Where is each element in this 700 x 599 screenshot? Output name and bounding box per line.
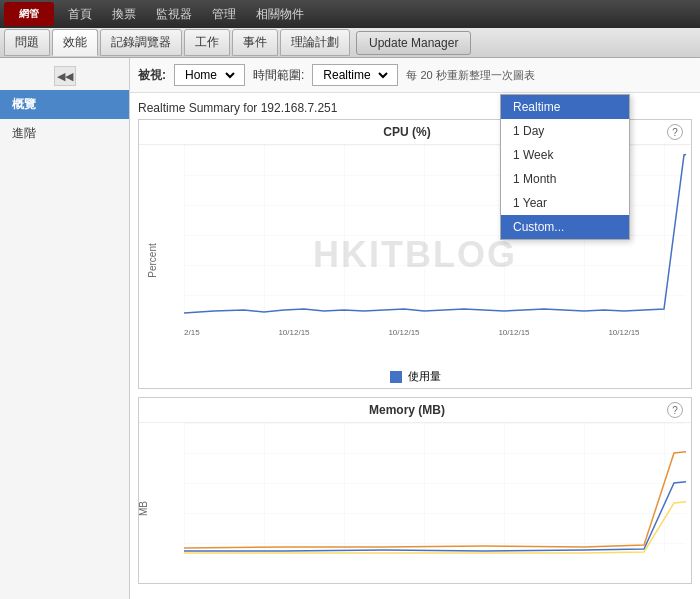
menu-item-related[interactable]: 相關物件: [246, 2, 314, 27]
top-menu-bar: 網管 首頁 換票 監視器 管理 相關物件: [0, 0, 700, 28]
svg-text:10/12/15: 10/12/15: [498, 328, 530, 335]
time-range-label: 時間範圍:: [253, 67, 304, 84]
tab-update-manager[interactable]: Update Manager: [356, 31, 471, 55]
svg-text:30: 30: [139, 145, 146, 155]
cpu-legend-label: 使用量: [408, 369, 441, 384]
cpu-y-axis-label: Percent: [147, 243, 158, 277]
svg-text:10: 10: [139, 264, 146, 275]
svg-text:2,000: 2,000: [139, 483, 146, 493]
memory-chart-header: Memory (MB) ?: [139, 398, 691, 423]
view-select-input[interactable]: Home: [181, 67, 238, 83]
menu-item-admin[interactable]: 管理: [202, 2, 246, 27]
dropdown-item-1month[interactable]: 1 Month: [501, 167, 629, 191]
svg-text:2,250: 2,250: [139, 463, 146, 473]
svg-text:10/12/15: 10/12/15: [608, 328, 640, 335]
memory-chart-area: MB 2,750 2,500 2,250 2,000 1,750 1,500 1…: [139, 423, 691, 583]
time-range-select[interactable]: Realtime: [312, 64, 398, 86]
sidebar: ◀◀ 概覽 進階: [0, 58, 130, 599]
main-layout: ◀◀ 概覽 進階 被視: Home 時間範圍: Realtime 每 20 秒重…: [0, 58, 700, 599]
svg-text:5: 5: [140, 294, 146, 305]
sidebar-item-overview[interactable]: 概覽: [0, 90, 129, 119]
memory-chart-container: Memory (MB) ? MB 2,750 2,500 2,250 2,000…: [138, 397, 692, 584]
dropdown-item-realtime[interactable]: Realtime: [501, 95, 629, 119]
svg-text:10/12/15: 10/12/15: [388, 328, 420, 335]
svg-text:2,750: 2,750: [139, 425, 146, 435]
memory-chart-title: Memory (MB): [147, 403, 667, 417]
svg-text:2,500: 2,500: [139, 443, 146, 453]
content-area: 被視: Home 時間範圍: Realtime 每 20 秒重新整理一次圖表 R…: [130, 58, 700, 599]
dropdown-item-1week[interactable]: 1 Week: [501, 143, 629, 167]
realtime-summary-title: Realtime Summary for 192.168.7.251: [138, 101, 337, 115]
svg-text:20: 20: [139, 204, 146, 215]
time-range-select-input[interactable]: Realtime: [319, 67, 391, 83]
tab-problems[interactable]: 問題: [4, 29, 50, 56]
dropdown-item-1day[interactable]: 1 Day: [501, 119, 629, 143]
svg-text:25: 25: [139, 174, 146, 185]
content-toolbar: 被視: Home 時間範圍: Realtime 每 20 秒重新整理一次圖表: [130, 58, 700, 93]
menu-item-monitor[interactable]: 監視器: [146, 2, 202, 27]
svg-text:10/12/15: 10/12/15: [278, 328, 310, 335]
svg-text:15: 15: [139, 234, 146, 245]
svg-text:1,500: 1,500: [139, 523, 146, 533]
svg-text:10/12/15: 10/12/15: [168, 328, 200, 335]
logo: 網管: [4, 2, 54, 26]
memory-chart-svg: 2,750 2,500 2,250 2,000 1,750 1,500 1,25…: [139, 423, 691, 568]
view-select[interactable]: Home: [174, 64, 245, 86]
dropdown-item-custom[interactable]: Custom...: [501, 215, 629, 239]
cpu-chart-legend: 使用量: [139, 365, 691, 388]
tab-theory[interactable]: 理論計劃: [280, 29, 350, 56]
sidebar-item-advanced[interactable]: 進階: [0, 119, 129, 148]
tab-events[interactable]: 事件: [232, 29, 278, 56]
tab-work[interactable]: 工作: [184, 29, 230, 56]
time-range-dropdown: Realtime 1 Day 1 Week 1 Month 1 Year Cus…: [500, 94, 630, 240]
cpu-legend-color: [390, 371, 402, 383]
cpu-chart-help[interactable]: ?: [667, 124, 683, 140]
menu-item-tickets[interactable]: 換票: [102, 2, 146, 27]
memory-y-axis-label: MB: [138, 501, 149, 516]
svg-rect-20: [184, 423, 686, 553]
svg-text:0: 0: [140, 311, 146, 322]
menu-item-home[interactable]: 首頁: [58, 2, 102, 27]
view-label: 被視:: [138, 67, 166, 84]
auto-refresh-text: 每 20 秒重新整理一次圖表: [406, 68, 534, 83]
svg-text:1,250: 1,250: [139, 543, 146, 553]
memory-chart-help[interactable]: ?: [667, 402, 683, 418]
tab-performance[interactable]: 效能: [52, 29, 98, 56]
tab-bar: 問題 效能 記錄調覽器 工作 事件 理論計劃 Update Manager: [0, 28, 700, 58]
dropdown-item-1year[interactable]: 1 Year: [501, 191, 629, 215]
sidebar-collapse-button[interactable]: ◀◀: [54, 66, 76, 86]
tab-log-viewer[interactable]: 記錄調覽器: [100, 29, 182, 56]
